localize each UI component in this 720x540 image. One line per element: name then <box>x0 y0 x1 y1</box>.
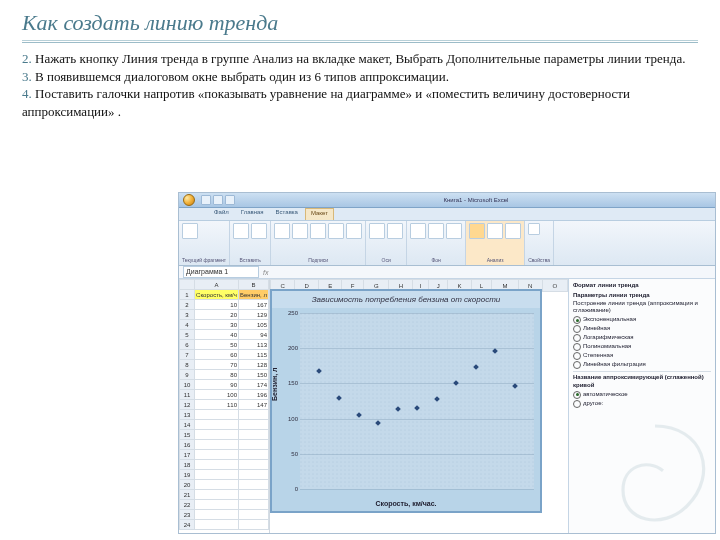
worksheet-right: CDEFGHIJKLMNO Зависимость потребления бе… <box>270 279 568 534</box>
trendline-format-panel[interactable]: Формат линии тренда Параметры линии трен… <box>568 279 715 534</box>
radio-icon[interactable] <box>573 400 581 408</box>
trend-name-other[interactable]: другое: <box>573 400 711 408</box>
office-button-icon[interactable] <box>183 194 195 206</box>
cell[interactable]: 129 <box>239 310 269 320</box>
chart-plot-area: 050100150200250 <box>300 313 534 489</box>
list-text-3: В появившемся диалоговом окне выбрать од… <box>35 69 449 84</box>
radio-icon[interactable] <box>573 325 581 333</box>
chart-title: Зависимость потребления бензина от скоро… <box>272 291 540 308</box>
cell[interactable]: 70 <box>195 360 239 370</box>
data-point <box>336 395 342 401</box>
window-title: Книга1 - Microsoft Excel <box>241 197 711 203</box>
data-point <box>317 369 323 375</box>
slide-title: Как создать линию тренда <box>22 10 698 36</box>
x-axis-label: Скорость, км/час. <box>272 500 540 507</box>
data-point <box>395 407 401 413</box>
trend-option-moving-average[interactable]: Линейная фильтрация <box>573 361 711 369</box>
list-tail: аппроксимации» . <box>22 103 698 121</box>
ribbon: Текущий фрагмент Вставить Подписи Оси Фо… <box>179 221 715 266</box>
ribbon-group-label: Вставить <box>233 257 267 263</box>
ribbon-group-label: Анализ <box>469 257 521 263</box>
data-point <box>473 364 479 370</box>
data-point <box>453 381 459 387</box>
radio-icon[interactable] <box>573 391 581 399</box>
cell[interactable]: 10 <box>195 300 239 310</box>
y-axis-label: Бензин, л <box>271 368 278 402</box>
quick-access-toolbar[interactable] <box>201 195 235 205</box>
cell[interactable]: Бензин, л <box>239 290 269 300</box>
data-point <box>375 420 381 426</box>
slide-body: 2. Нажать кнопку Линия тренда в группе А… <box>22 50 698 120</box>
radio-icon[interactable] <box>573 361 581 369</box>
cell[interactable]: 105 <box>239 320 269 330</box>
cell[interactable]: 90 <box>195 380 239 390</box>
list-num-4: 4. <box>22 86 32 101</box>
formula-bar[interactable]: Диаграмма 1 fx <box>179 266 715 279</box>
trend-name-auto[interactable]: автоматическое <box>573 391 711 399</box>
panel-sub: Построение линии тренда (аппроксимация и… <box>573 300 711 316</box>
cell[interactable]: 174 <box>239 380 269 390</box>
worksheet[interactable]: AB 1Скорость, км/чБензин, л 210167 32012… <box>179 279 270 534</box>
trend-option-linear[interactable]: Линейная <box>573 325 711 333</box>
title-underline <box>22 40 698 44</box>
list-num-3: 3. <box>22 69 32 84</box>
ribbon-group-label: Оси <box>369 257 403 263</box>
panel-name-section: Название аппроксимирующей (сглаженной) к… <box>573 374 711 390</box>
panel-section: Параметры линии тренда <box>573 292 711 300</box>
cell[interactable]: 80 <box>195 370 239 380</box>
embedded-chart[interactable]: Зависимость потребления бензина от скоро… <box>270 289 542 513</box>
ribbon-group-label: Свойства <box>528 257 550 263</box>
trend-option-logarithmic[interactable]: Логарифмическая <box>573 334 711 342</box>
ribbon-tabs[interactable]: Файл Главная Вставка Макет <box>179 208 715 221</box>
trend-option-power[interactable]: Степенная <box>573 352 711 360</box>
list-text-4: Поставить галочки напротив «показывать у… <box>35 86 630 101</box>
ribbon-group-label: Подписи <box>274 257 362 263</box>
ribbon-group-label: Текущий фрагмент <box>182 257 226 263</box>
cell[interactable]: 150 <box>239 370 269 380</box>
window-titlebar: Книга1 - Microsoft Excel <box>179 193 715 208</box>
cell[interactable]: 30 <box>195 320 239 330</box>
radio-icon[interactable] <box>573 352 581 360</box>
excel-screenshot: Книга1 - Microsoft Excel Файл Главная Вс… <box>178 192 716 534</box>
fx-icon[interactable]: fx <box>263 269 268 276</box>
radio-icon[interactable] <box>573 334 581 342</box>
cell[interactable]: 60 <box>195 350 239 360</box>
cell[interactable]: 50 <box>195 340 239 350</box>
data-point <box>414 405 420 411</box>
panel-header: Формат линии тренда <box>573 282 711 290</box>
cell[interactable]: Скорость, км/ч <box>195 290 239 300</box>
cell[interactable]: 94 <box>239 330 269 340</box>
cell[interactable]: 100 <box>195 390 239 400</box>
cell[interactable]: 40 <box>195 330 239 340</box>
cell[interactable]: 115 <box>239 350 269 360</box>
tab-home[interactable]: Главная <box>236 208 269 220</box>
cell[interactable]: 196 <box>239 390 269 400</box>
name-box[interactable]: Диаграмма 1 <box>183 266 259 278</box>
trend-option-polynomial[interactable]: Полиномиальная <box>573 343 711 351</box>
cell[interactable]: 167 <box>239 300 269 310</box>
col-header[interactable]: A <box>195 280 239 290</box>
ribbon-group-label: Фон <box>410 257 462 263</box>
radio-icon[interactable] <box>573 343 581 351</box>
radio-icon[interactable] <box>573 316 581 324</box>
tab-insert[interactable]: Вставка <box>271 208 303 220</box>
cell[interactable]: 20 <box>195 310 239 320</box>
cell[interactable]: 110 <box>195 400 239 410</box>
list-num-2: 2. <box>22 51 32 66</box>
trend-option-exponential[interactable]: Экспоненциальная <box>573 316 711 324</box>
tab-file[interactable]: Файл <box>209 208 234 220</box>
list-text-2: Нажать кнопку Линия тренда в группе Анал… <box>35 51 685 66</box>
col-header[interactable]: B <box>239 280 269 290</box>
data-point <box>356 412 362 418</box>
cell[interactable]: 113 <box>239 340 269 350</box>
data-point <box>434 396 440 402</box>
cell[interactable]: 147 <box>239 400 269 410</box>
cell[interactable]: 128 <box>239 360 269 370</box>
tab-layout[interactable]: Макет <box>305 208 334 220</box>
